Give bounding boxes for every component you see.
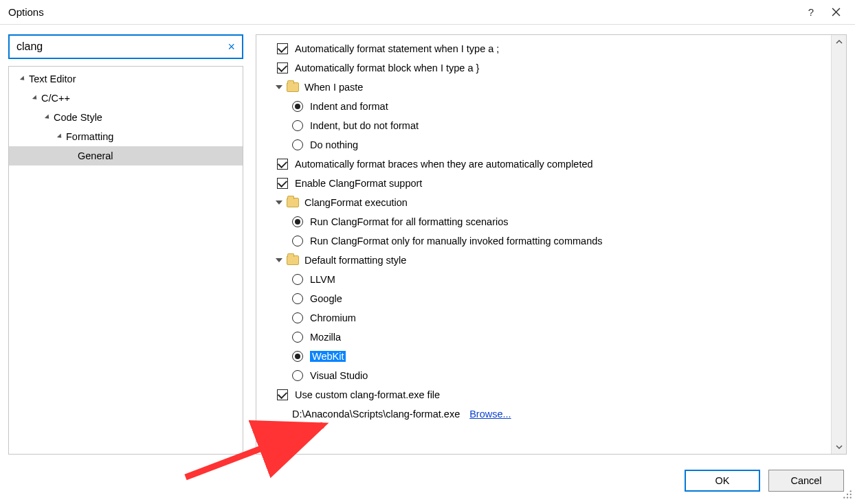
chevron-down-icon bbox=[276, 201, 282, 205]
svg-point-4 bbox=[843, 497, 845, 499]
radio-indent-and-format[interactable]: Indent and format bbox=[256, 97, 831, 116]
group-when-i-paste[interactable]: When I paste bbox=[256, 78, 831, 97]
resize-grip-icon[interactable] bbox=[843, 490, 852, 501]
option-label: Mozilla bbox=[310, 332, 341, 343]
radio-icon[interactable] bbox=[292, 312, 303, 323]
option-label: Google bbox=[310, 293, 342, 304]
cancel-button[interactable]: Cancel bbox=[768, 470, 844, 492]
option-label: Indent and format bbox=[310, 101, 388, 112]
tree-item-text-editor[interactable]: Text Editor bbox=[9, 69, 243, 89]
option-label: LLVM bbox=[310, 274, 335, 285]
options-panel: Automatically format statement when I ty… bbox=[256, 34, 847, 455]
caret-icon bbox=[20, 76, 26, 82]
tree-item-label: General bbox=[78, 150, 113, 161]
radio-do-nothing[interactable]: Do nothing bbox=[256, 135, 831, 154]
search-box[interactable]: × bbox=[8, 34, 243, 59]
tree-item-formatting[interactable]: Formatting bbox=[9, 127, 243, 146]
folder-icon bbox=[287, 82, 299, 92]
option-label: Chromium bbox=[310, 312, 356, 323]
radio-icon[interactable] bbox=[292, 332, 303, 343]
option-label: Enable ClangFormat support bbox=[295, 178, 422, 189]
checkbox-icon[interactable] bbox=[277, 178, 288, 189]
svg-point-6 bbox=[850, 497, 852, 499]
option-label: Do nothing bbox=[310, 139, 358, 150]
svg-point-3 bbox=[850, 494, 852, 495]
radio-icon[interactable] bbox=[292, 351, 303, 362]
radio-icon[interactable] bbox=[292, 139, 303, 150]
option-label: Automatically format braces when they ar… bbox=[295, 159, 593, 170]
chevron-down-icon bbox=[276, 85, 282, 89]
option-label: Run ClangFormat only for manually invoke… bbox=[310, 236, 603, 247]
close-button[interactable] bbox=[823, 3, 848, 22]
group-title: When I paste bbox=[304, 82, 363, 93]
radio-style-vs[interactable]: Visual Studio bbox=[256, 366, 831, 385]
group-clangformat-execution[interactable]: ClangFormat execution bbox=[256, 193, 831, 212]
search-clear-icon[interactable]: × bbox=[226, 40, 236, 54]
radio-style-webkit[interactable]: WebKit bbox=[256, 347, 831, 366]
scroll-up-icon[interactable] bbox=[832, 35, 847, 49]
option-enable-clangformat[interactable]: Enable ClangFormat support bbox=[256, 174, 831, 193]
option-auto-format-block[interactable]: Automatically format block when I type a… bbox=[256, 58, 831, 78]
custom-clang-format-path-row: D:\Anaconda\Scripts\clang-format.exe Bro… bbox=[256, 404, 831, 424]
titlebar: Options ? bbox=[0, 0, 855, 25]
tree-item-ccpp[interactable]: C/C++ bbox=[9, 89, 243, 108]
caret-icon bbox=[45, 114, 51, 120]
file-path-text: D:\Anaconda\Scripts\clang-format.exe bbox=[292, 409, 460, 420]
group-title: ClangFormat execution bbox=[304, 197, 408, 208]
group-title: Default formatting style bbox=[304, 255, 406, 266]
radio-icon[interactable] bbox=[292, 370, 303, 381]
svg-point-5 bbox=[847, 497, 848, 499]
caret-icon bbox=[57, 133, 63, 139]
option-label: Automatically format statement when I ty… bbox=[295, 43, 499, 54]
radio-run-manual[interactable]: Run ClangFormat only for manually invoke… bbox=[256, 231, 831, 251]
radio-run-all[interactable]: Run ClangFormat for all formatting scena… bbox=[256, 212, 831, 231]
radio-style-mozilla[interactable]: Mozilla bbox=[256, 328, 831, 347]
radio-style-llvm[interactable]: LLVM bbox=[256, 270, 831, 289]
radio-icon[interactable] bbox=[292, 120, 303, 131]
svg-point-1 bbox=[850, 490, 852, 492]
checkbox-icon[interactable] bbox=[277, 62, 288, 73]
tree-item-code-style[interactable]: Code Style bbox=[9, 108, 243, 127]
group-default-style[interactable]: Default formatting style bbox=[256, 251, 831, 270]
folder-icon bbox=[287, 255, 299, 265]
option-label: Use custom clang-format.exe file bbox=[295, 389, 440, 400]
option-use-custom-clang-format[interactable]: Use custom clang-format.exe file bbox=[256, 385, 831, 404]
radio-style-chromium[interactable]: Chromium bbox=[256, 308, 831, 328]
option-label: WebKit bbox=[310, 351, 346, 362]
option-label: Indent, but do not format bbox=[310, 120, 419, 131]
tree-item-general[interactable]: General bbox=[9, 146, 243, 165]
option-label: Automatically format block when I type a… bbox=[295, 62, 479, 73]
tree-item-label: Text Editor bbox=[29, 73, 76, 84]
checkbox-icon[interactable] bbox=[277, 159, 288, 170]
scroll-down-icon[interactable] bbox=[832, 440, 847, 454]
options-tree[interactable]: Text Editor C/C++ Code Style Formatting … bbox=[8, 66, 243, 455]
option-auto-format-braces[interactable]: Automatically format braces when they ar… bbox=[256, 154, 831, 174]
chevron-down-icon bbox=[276, 258, 282, 262]
browse-link[interactable]: Browse... bbox=[469, 409, 511, 420]
folder-icon bbox=[287, 198, 299, 207]
option-auto-format-statement[interactable]: Automatically format statement when I ty… bbox=[256, 39, 831, 58]
radio-indent-only[interactable]: Indent, but do not format bbox=[256, 116, 831, 135]
checkbox-icon[interactable] bbox=[277, 389, 288, 400]
tree-item-label: Formatting bbox=[66, 131, 113, 142]
ok-button[interactable]: OK bbox=[685, 470, 760, 492]
radio-icon[interactable] bbox=[292, 236, 303, 247]
caret-icon bbox=[32, 95, 38, 101]
search-input[interactable] bbox=[15, 40, 226, 54]
svg-point-2 bbox=[847, 494, 848, 495]
option-label: Run ClangFormat for all formatting scena… bbox=[310, 216, 509, 227]
checkbox-icon[interactable] bbox=[277, 43, 288, 54]
radio-icon[interactable] bbox=[292, 216, 303, 227]
radio-icon[interactable] bbox=[292, 274, 303, 285]
help-button[interactable]: ? bbox=[799, 3, 823, 22]
radio-icon[interactable] bbox=[292, 101, 303, 112]
scrollbar[interactable] bbox=[831, 35, 846, 454]
radio-style-google[interactable]: Google bbox=[256, 289, 831, 308]
tree-item-label: Code Style bbox=[54, 112, 102, 123]
tree-item-label: C/C++ bbox=[41, 93, 70, 104]
radio-icon[interactable] bbox=[292, 293, 303, 304]
option-label: Visual Studio bbox=[310, 370, 368, 381]
window-title: Options bbox=[7, 6, 799, 18]
